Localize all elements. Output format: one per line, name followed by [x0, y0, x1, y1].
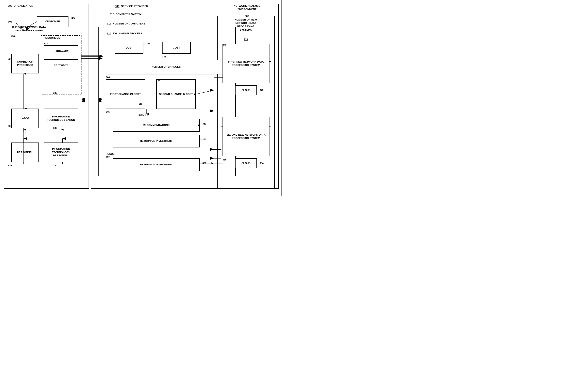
current-ndps-label: CURRENT NETWORK DATAPROCESSING SYSTEM: [11, 26, 47, 32]
ref-334: 334: [53, 164, 57, 167]
nae-label: NETWORK ANALYSISENVIRONMENT: [215, 4, 279, 11]
cost2-ref: 338: [162, 55, 166, 58]
second-change-box: SECOND CHANGE IN COST: [156, 79, 196, 109]
ref-308: 308: [8, 20, 12, 24]
personnel-box: PERSONNEL: [11, 143, 39, 162]
roi1-ref: ←352: [200, 138, 206, 141]
cs-label: 310 COMPUTER SYSTEM: [110, 13, 141, 16]
resources-ref: 328: [44, 39, 48, 45]
labor-box: LABOR: [11, 109, 39, 128]
second-change-ref: 348 →: [156, 78, 163, 81]
ref-318: 318: [139, 103, 142, 106]
result1-label: RESULT: [139, 114, 149, 117]
ref-330: 330: [53, 91, 57, 95]
customer-ref: ←304: [69, 17, 75, 20]
svg-line-42: [196, 90, 214, 94]
diagram: 302 ORGANIZATION 308 CUSTOMER ←304 CURRE…: [0, 0, 282, 196]
cloud1-box: CLOUD: [235, 85, 257, 95]
first-ndps-ref: 340: [222, 43, 227, 47]
it-labor-box: INFORMATION TECHNOLOGY LABOR: [44, 109, 78, 128]
roi2-box: RETURN ON INVESTMENT: [113, 158, 200, 171]
cloud1-ref: ←342: [257, 89, 264, 92]
ref-326: 326: [8, 164, 12, 167]
roi1-box: RETURN ON INVESTMENT: [113, 135, 200, 147]
ref-332: 332: [53, 127, 57, 130]
it-personnel-box: INFORMATION TECHNOLOGY PERSONNEL: [44, 143, 78, 162]
cost2-box: COST: [162, 42, 191, 54]
noc-label: 312 NUMBER OF COMPUTERS: [107, 22, 145, 26]
hardware-box: HARDWARE: [44, 45, 78, 57]
nae-ref: 300: [215, 15, 279, 18]
cost1-box: COST: [115, 42, 143, 54]
recommendations-box: RECOMMENDATIONS: [113, 119, 200, 132]
customer-box: CUSTOMER: [37, 16, 68, 27]
num-processes-box: NUMBER OF PROCESSES: [11, 54, 39, 73]
second-ndps-box: SECOND NEW NETWORK DATA PROCESSING SYSTE…: [222, 117, 269, 156]
second-ndps-ref: 356: [222, 158, 227, 161]
num-changes-box: NUMBER OF CHANGES: [106, 60, 227, 74]
recommendations-ref: ←350: [200, 122, 206, 126]
current-ndps-ref: 322: [11, 34, 16, 38]
software-box: SOFTWARE: [44, 59, 78, 71]
first-ndps-box: FIRST NEW NETWORK DATA PROCESSING SYSTEM: [222, 44, 269, 83]
cost1-ref: ←336: [144, 42, 150, 45]
sp-label: 306 SERVICE PROVIDER: [115, 4, 148, 8]
nndps-ref: 316: [219, 38, 273, 41]
ep-label: 314 EVALUATION PROCESS: [107, 32, 142, 35]
cloud2-ref: ←354: [257, 162, 264, 165]
first-change-ref: 346: [106, 111, 110, 114]
roi2-ref: ←360: [200, 162, 206, 165]
nndps-label: NUMBER OF NEWNETWORK DATAPROCESSINGSYSTE…: [219, 18, 273, 32]
cloud2-box: CLOUD: [235, 158, 257, 168]
ref-324: 324: [8, 125, 12, 128]
num-changes-ref: 344: [106, 76, 110, 79]
ref-358: 358 →: [106, 155, 113, 158]
org-label: 302 ORGANIZATION: [8, 4, 33, 8]
